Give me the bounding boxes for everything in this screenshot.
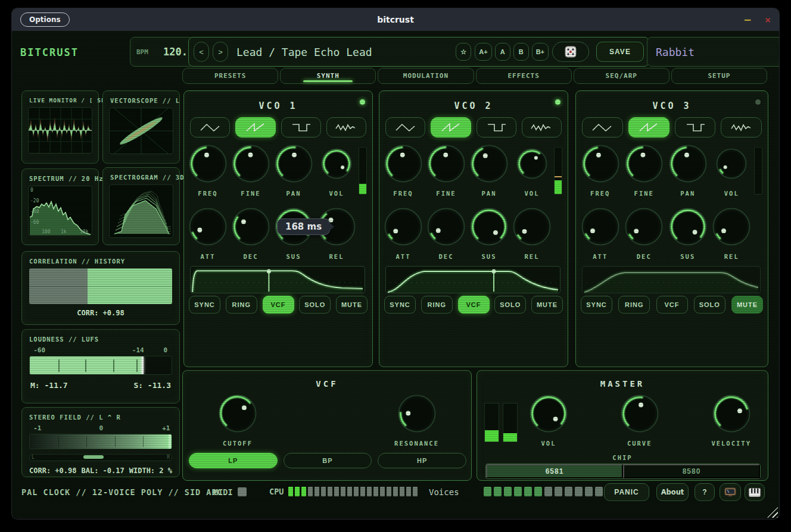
close-icon[interactable]: × <box>765 14 771 26</box>
spectrogram-title[interactable]: SPECTROGRAM // 3D <box>103 168 179 184</box>
compare-a-button[interactable]: A <box>495 43 510 61</box>
wave-triangle-button[interactable] <box>582 117 623 137</box>
knob-sus[interactable] <box>470 208 508 246</box>
knob-pan[interactable] <box>275 145 313 183</box>
panic-button[interactable]: PANIC <box>604 483 649 501</box>
knob-freq[interactable] <box>581 145 619 183</box>
knob-freq[interactable] <box>189 145 227 183</box>
tab-effects[interactable]: EFFECTS <box>476 68 572 84</box>
tab-modulation[interactable]: MODULATION <box>378 68 474 84</box>
ring-button[interactable]: RING <box>421 296 453 314</box>
envelope-display <box>582 266 761 293</box>
loudness-meter <box>29 356 172 375</box>
vectorscope-title[interactable]: VECTORSCOPE // L x R <box>103 91 179 108</box>
wave-noise-button[interactable] <box>721 117 762 137</box>
mute-button[interactable]: MUTE <box>531 296 563 314</box>
solo-button[interactable]: SOLO <box>299 296 331 314</box>
solo-button[interactable]: SOLO <box>494 296 526 314</box>
knob-fine[interactable] <box>232 145 270 183</box>
tab-seqarp[interactable]: SEQ/ARP <box>574 68 669 84</box>
knob-rel[interactable] <box>712 208 750 246</box>
compare-a-plus-button[interactable]: A+ <box>475 43 491 61</box>
preset-name[interactable]: Lead / Tape Echo Lead <box>236 46 452 58</box>
help-button[interactable]: ? <box>695 483 715 501</box>
vcf-button[interactable]: VCF <box>458 296 490 314</box>
balance-handle[interactable] <box>83 455 104 459</box>
wave-noise-button[interactable] <box>522 117 562 137</box>
bpm-value[interactable]: 120. <box>163 46 188 58</box>
sync-button[interactable]: SYNC <box>581 296 612 314</box>
knob-att[interactable] <box>581 208 619 246</box>
knob-dec[interactable] <box>625 208 663 246</box>
knob-vol[interactable] <box>530 395 568 433</box>
wave-triangle-button[interactable] <box>385 117 425 137</box>
filter-mode-hp-button[interactable]: HP <box>378 453 466 468</box>
wave-square-button[interactable] <box>281 117 321 137</box>
wave-saw-button[interactable] <box>431 117 471 137</box>
preset-rename-field[interactable]: Rabbit <box>647 37 779 67</box>
knob-sus[interactable] <box>669 208 707 246</box>
ring-button[interactable]: RING <box>618 296 650 314</box>
knob-rel[interactable] <box>513 208 551 246</box>
options-button[interactable]: Options <box>20 12 70 27</box>
sync-button[interactable]: SYNC <box>384 296 416 314</box>
favorite-star-button[interactable]: ☆ <box>456 43 471 61</box>
sync-button[interactable]: SYNC <box>189 296 220 314</box>
chip-8580-button[interactable]: 8580 <box>623 464 760 478</box>
knob-velocity[interactable] <box>712 395 750 433</box>
tab-synth[interactable]: SYNTH <box>280 68 376 84</box>
knob-att[interactable] <box>189 208 227 246</box>
stereo-field-title[interactable]: STEREO FIELD // L ^ R <box>22 408 179 424</box>
knob-fine[interactable] <box>625 145 663 183</box>
knob-resonance[interactable] <box>398 395 436 433</box>
loudness-title[interactable]: LOUDNESS // LUFS <box>22 330 179 346</box>
monitor-button[interactable] <box>720 483 741 501</box>
bpm-box[interactable]: BPM 120. <box>130 37 194 67</box>
solo-button[interactable]: SOLO <box>694 296 725 314</box>
balance-slider[interactable]: L R <box>29 454 172 461</box>
knob-pan[interactable] <box>669 145 707 183</box>
wave-noise-button[interactable] <box>326 117 366 137</box>
wave-square-button[interactable] <box>477 117 516 137</box>
keyboard-button[interactable] <box>745 483 765 501</box>
wave-triangle-button[interactable] <box>190 117 230 137</box>
minimize-icon[interactable]: – <box>745 14 750 26</box>
compare-b-plus-button[interactable]: B+ <box>532 43 549 61</box>
preset-prev-button[interactable]: < <box>194 42 209 62</box>
knob-dec[interactable] <box>232 208 270 246</box>
knob-vol[interactable] <box>516 145 547 183</box>
knob-fine[interactable] <box>427 145 465 183</box>
mute-button[interactable]: MUTE <box>336 296 368 314</box>
knob-vol[interactable] <box>716 145 747 183</box>
wave-square-button[interactable] <box>675 117 716 137</box>
live-monitor-title[interactable]: LIVE MONITOR / [ SETUP ] <box>22 91 98 107</box>
filter-mode-lp-button[interactable]: LP <box>189 453 278 468</box>
mute-button[interactable]: MUTE <box>731 296 763 314</box>
preset-next-button[interactable]: > <box>213 42 228 62</box>
cpu-segment <box>380 487 385 496</box>
knob-vol[interactable] <box>321 145 352 183</box>
correlation-title[interactable]: CORRELATION // HISTORY <box>22 252 179 268</box>
spectrum-title[interactable]: SPECTRUM // 20 Hz – <box>22 169 98 186</box>
knob-att[interactable] <box>384 208 422 246</box>
filter-mode-bp-button[interactable]: BP <box>284 453 372 468</box>
tab-presets[interactable]: PRESETS <box>182 68 278 84</box>
ring-button[interactable]: RING <box>226 296 257 314</box>
wave-saw-button[interactable] <box>235 117 275 137</box>
knob-pan[interactable] <box>470 145 508 183</box>
save-button[interactable]: SAVE <box>596 42 644 62</box>
tab-setup[interactable]: SETUP <box>671 68 767 84</box>
vcf-button[interactable]: VCF <box>263 296 294 314</box>
knob-cutoff[interactable] <box>219 395 257 433</box>
knob-dec[interactable] <box>427 208 465 246</box>
chip-6581-button[interactable]: 6581 <box>486 464 623 478</box>
wave-saw-button[interactable] <box>628 117 669 137</box>
knob-curve[interactable] <box>621 395 659 433</box>
vcf-button[interactable]: VCF <box>656 296 688 314</box>
randomize-dice-button[interactable] <box>552 42 589 62</box>
resize-grip[interactable] <box>767 507 778 518</box>
compare-b-button[interactable]: B <box>513 43 529 61</box>
knob-freq[interactable] <box>384 145 422 183</box>
triangle-wave-icon <box>394 121 417 133</box>
about-button[interactable]: About <box>656 483 689 501</box>
